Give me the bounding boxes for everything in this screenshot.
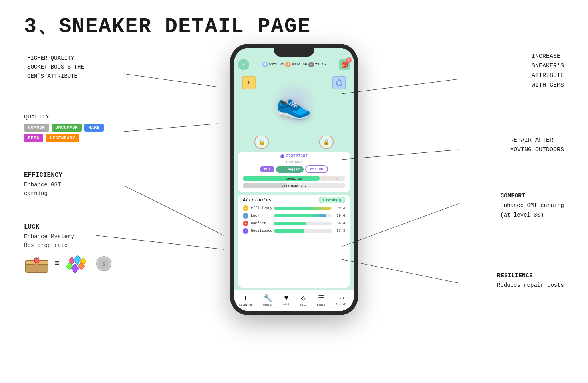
nav-lease[interactable]: ☰ Lease — [317, 294, 325, 306]
nav-levelup[interactable]: ⬆ Level up — [239, 294, 253, 306]
coin-icon: $ — [96, 256, 112, 272]
mint-text: Shoe Mint 3/7 — [282, 184, 306, 188]
gems-icon — [64, 253, 91, 274]
comfort-label: Comfort — [251, 221, 272, 225]
attr-efficiency-row: ★ Efficiency 99.3 — [243, 205, 345, 211]
nav-transfer[interactable]: ↔ Transfer — [336, 294, 349, 306]
transfer-label: Transfer — [336, 303, 349, 306]
transfer-icon: ↔ — [340, 294, 344, 302]
coin-currency: ≡ 23.45 — [308, 62, 326, 67]
attributes-title: Attributes — [243, 197, 272, 203]
level-progress: Level 10 Leveling... — [243, 176, 345, 181]
svg-line-20 — [124, 124, 218, 132]
comfort-icon: + — [243, 221, 248, 226]
svg-line-26 — [342, 259, 459, 283]
mint-fill — [243, 183, 287, 188]
quality-badges: COMMON UNCOMMON RARE EPIC LEGENDARY — [24, 124, 112, 142]
bottom-nav: ⬆ Level up 🔧 repair ♥ mint ◇ Sell — [234, 290, 354, 311]
page-title: 3、SNEAKER DETAIL PAGE — [24, 11, 311, 39]
attr-resilience-row: U Resilience 53.3 — [243, 228, 345, 234]
annotation-repair: REPAIR AFTERMOVING OUTDOORS — [510, 136, 564, 155]
efficiency-title: EFFICIENCY — [24, 172, 62, 179]
svg-line-21 — [124, 186, 224, 235]
luck-value: 89.6 — [334, 214, 345, 218]
nav-sell[interactable]: ◇ Sell — [300, 294, 307, 306]
gmt-value: 6374.56 — [292, 63, 307, 67]
bag-button[interactable]: 🎒 2 — [339, 59, 350, 70]
svg-line-19 — [124, 74, 218, 87]
svg-marker-12 — [71, 264, 79, 273]
attributes-section: Attributes + Point(8) ★ Efficiency 99.3 — [238, 195, 350, 288]
sneaker-area: + 👟 — [234, 73, 354, 136]
nav-mint[interactable]: ♥ mint — [283, 294, 290, 306]
badge-common: COMMON — [24, 124, 49, 132]
quality-section: QUALITY COMMON UNCOMMON RARE EPIC LEGEND… — [24, 114, 112, 142]
sneaker-emoji: 👟 — [276, 87, 312, 122]
mystery-box-icon — [24, 253, 50, 274]
screen-content: ‹ G 5321.34 G 6374.56 ≡ 23.45 — [234, 48, 354, 311]
gst-icon: G — [262, 62, 268, 67]
svg-line-24 — [342, 150, 459, 160]
luck-icon: U — [243, 213, 248, 219]
repair-icon: 🔧 — [263, 294, 272, 302]
lock-slot-right[interactable]: 🔒 — [319, 135, 334, 149]
gmt-icon: G — [285, 62, 291, 67]
currency-group: G 5321.34 G 6374.56 ≡ 23.45 — [252, 62, 336, 67]
badge-rare: RARE — [84, 124, 103, 132]
repair-label: repair — [263, 303, 273, 306]
luck-icons: = $ — [24, 253, 112, 274]
attr-luck-row: U Luck 89.6 — [243, 213, 345, 219]
phone-outer: ‹ G 5321.34 G 6374.56 ≡ 23.45 — [230, 44, 358, 315]
sell-icon: ◇ — [301, 294, 306, 302]
efficiency-icon: ★ — [243, 205, 248, 211]
annotation-socket-boost: HIGHER QUALITYSOCKET BOOSTS THEGEM'S ATT… — [27, 54, 84, 81]
luck-label: Luck — [251, 214, 272, 218]
sneaker-id: 273727287 — [243, 154, 345, 158]
attributes-header: Attributes + Point(8) — [243, 197, 345, 203]
gem-slot-left[interactable]: + — [242, 76, 256, 89]
svg-point-4 — [34, 258, 39, 263]
annotation-gems-attribute: INCREASESNEAKER'SATTRIBUTEWITH GEMS — [532, 52, 564, 90]
badge-legendary: LEGENDARY — [46, 134, 79, 142]
efficiency-value: 99.3 — [334, 206, 345, 210]
gmt-currency: G 6374.56 — [285, 62, 307, 67]
svg-text:$: $ — [102, 262, 105, 267]
type-ent: Ent — [260, 166, 274, 172]
efficiency-desc: Enhance GSTearning — [24, 180, 62, 198]
equals-sign: = — [54, 259, 59, 268]
comfort-fill — [274, 222, 306, 225]
efficiency-label: Efficiency — [251, 206, 272, 210]
sell-label: Sell — [300, 303, 307, 306]
lock-slot-left[interactable]: 🔒 — [254, 135, 269, 149]
level-fill — [243, 176, 320, 181]
svg-marker-9 — [74, 255, 81, 265]
mint-icon: ♥ — [284, 294, 289, 302]
phone-notch — [274, 48, 314, 57]
coins-icon: ≡ — [308, 62, 314, 67]
resilience-label: Resilience — [251, 229, 272, 233]
luck-section: LUCK Enhance MysteryBox drop rate = — [24, 223, 112, 274]
svg-line-23 — [342, 79, 459, 94]
resilience-icon: U — [243, 228, 248, 234]
efficiency-section: EFFICIENCY Enhance GSTearning — [24, 172, 62, 198]
badge-epic: EPIC — [24, 134, 43, 142]
luck-desc: Enhance MysteryBox drop rate — [24, 232, 112, 250]
type-jogger: 🚶 Jogger — [276, 166, 304, 173]
resilience-fill — [274, 229, 304, 233]
nav-repair[interactable]: 🔧 repair — [263, 294, 273, 306]
resilience-value: 53.3 — [334, 229, 345, 233]
type-row: Ent 🚶 Jogger 80/100 — [243, 165, 345, 173]
back-button[interactable]: ‹ — [238, 59, 249, 70]
annotation-comfort: COMFORT Enhance GMT earning(at level 30) — [500, 192, 564, 220]
phone-screen: ‹ G 5321.34 G 6374.56 ≡ 23.45 — [234, 48, 354, 311]
phone-device: ‹ G 5321.34 G 6374.56 ≡ 23.45 — [230, 44, 358, 315]
points-button[interactable]: + Point(8) — [319, 197, 345, 203]
gst-currency: G 5321.34 — [262, 62, 284, 67]
gst-value: 5321.34 — [269, 63, 284, 67]
gem-slot-right[interactable] — [332, 76, 346, 89]
luck-fill — [274, 214, 326, 217]
lock-slots: 🔒 🔒 — [234, 135, 354, 149]
efficiency-fill — [274, 207, 331, 210]
resilience-bar — [274, 229, 332, 233]
luck-bar — [274, 214, 332, 217]
